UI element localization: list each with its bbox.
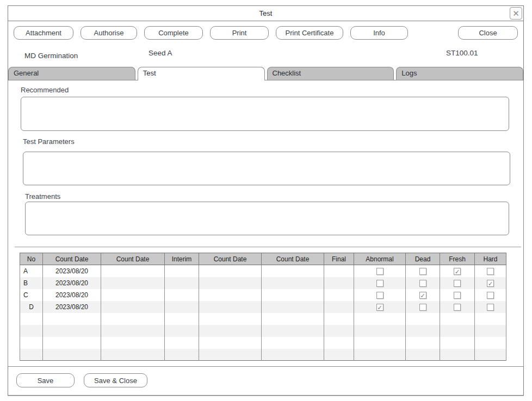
test-parameters-label: Test Parameters — [23, 137, 75, 146]
empty-cell — [354, 349, 406, 361]
hard-checkbox[interactable] — [487, 304, 494, 311]
cell-interim[interactable] — [165, 265, 199, 277]
cell-interim[interactable] — [165, 289, 199, 301]
cell-count-date-1[interactable]: 2023/08/20 — [43, 277, 101, 289]
cell-count-date-4[interactable] — [262, 289, 324, 301]
cell-hard: ✓ — [475, 277, 506, 289]
empty-cell — [324, 337, 354, 349]
fresh-checkbox[interactable] — [454, 292, 461, 299]
fresh-checkbox[interactable] — [454, 304, 461, 311]
hard-checkbox[interactable] — [487, 292, 494, 299]
cell-fresh: ✓ — [440, 265, 475, 277]
cell-count-date-1[interactable]: 2023/08/20 — [43, 265, 101, 277]
empty-cell — [475, 325, 506, 337]
empty-cell — [101, 349, 165, 361]
empty-cell — [165, 337, 199, 349]
dead-checkbox[interactable] — [419, 304, 426, 311]
test-parameters-field[interactable] — [23, 152, 510, 185]
empty-cell — [324, 349, 354, 361]
empty-cell — [199, 313, 262, 325]
cell-count-date-3[interactable] — [199, 289, 262, 301]
abnormal-checkbox[interactable] — [376, 280, 383, 287]
abnormal-checkbox[interactable] — [376, 268, 383, 275]
cell-count-date-2[interactable] — [101, 277, 165, 289]
tab-checklist[interactable]: Checklist — [267, 67, 394, 80]
info-row: MD Germination Seed A ST100.01 — [8, 44, 523, 67]
complete-button[interactable]: Complete — [144, 26, 203, 40]
hard-checkbox[interactable] — [487, 268, 494, 275]
cell-interim[interactable] — [165, 301, 199, 313]
cell-dead — [406, 265, 440, 277]
treatments-field[interactable] — [25, 202, 509, 235]
save-button[interactable]: Save — [16, 373, 75, 387]
footer: Save Save & Close — [8, 373, 523, 387]
cell-count-date-2[interactable] — [101, 301, 165, 313]
dead-checkbox[interactable]: ✓ — [419, 292, 426, 299]
recommended-field[interactable] — [21, 97, 509, 131]
row-no-cell: C — [20, 289, 43, 301]
column-header: No — [20, 253, 43, 265]
empty-cell — [406, 325, 440, 337]
cell-count-date-4[interactable] — [262, 301, 324, 313]
column-header: Count Date — [101, 253, 165, 265]
dead-checkbox[interactable] — [419, 268, 426, 275]
dead-checkbox[interactable] — [419, 280, 426, 287]
cell-interim[interactable] — [165, 277, 199, 289]
close-button[interactable]: Close — [458, 26, 518, 40]
close-icon[interactable]: ✕ — [510, 7, 522, 20]
cell-count-date-3[interactable] — [199, 277, 262, 289]
table-header-row: NoCount DateCount DateInterimCount DateC… — [20, 253, 506, 265]
empty-cell — [262, 349, 324, 361]
save-close-button[interactable]: Save & Close — [84, 373, 147, 387]
cell-final[interactable] — [324, 301, 354, 313]
tab-strip: General Test Checklist Logs — [8, 67, 523, 80]
title-bar: Test ✕ — [8, 6, 523, 21]
table-row-empty — [20, 325, 506, 337]
info-button[interactable]: Info — [350, 26, 408, 40]
fresh-checkbox[interactable] — [454, 280, 461, 287]
abnormal-checkbox[interactable] — [376, 292, 383, 299]
toolbar: Attachment Authorise Complete Print Prin… — [8, 21, 523, 44]
cell-count-date-1[interactable]: 2023/08/20 — [43, 301, 101, 313]
cell-count-date-2[interactable] — [101, 289, 165, 301]
empty-cell — [43, 349, 101, 361]
cell-count-date-1[interactable]: 2023/08/20 — [43, 289, 101, 301]
abnormal-checkbox[interactable]: ✓ — [376, 304, 383, 311]
cell-count-date-4[interactable] — [262, 265, 324, 277]
cell-count-date-4[interactable] — [262, 277, 324, 289]
cell-count-date-3[interactable] — [199, 301, 262, 313]
cell-final[interactable] — [324, 289, 354, 301]
print-button[interactable]: Print — [210, 26, 269, 40]
recommended-label: Recommended — [21, 86, 69, 94]
empty-cell — [165, 349, 199, 361]
attachment-button[interactable]: Attachment — [14, 26, 73, 40]
table-body: A2023/08/20✓B2023/08/20✓C2023/08/20✓D202… — [20, 265, 506, 361]
empty-cell — [324, 325, 354, 337]
cell-final[interactable] — [324, 265, 354, 277]
empty-cell — [354, 313, 406, 325]
fresh-checkbox[interactable]: ✓ — [454, 268, 461, 275]
empty-cell — [43, 337, 101, 349]
test-dialog-window: Test ✕ Attachment Authorise Complete Pri… — [8, 5, 524, 396]
empty-cell — [406, 349, 440, 361]
table-row-empty — [20, 349, 506, 361]
tab-test[interactable]: Test — [138, 67, 265, 80]
cell-count-date-3[interactable] — [199, 265, 262, 277]
empty-cell — [199, 325, 262, 337]
empty-cell — [354, 325, 406, 337]
tab-general[interactable]: General — [8, 67, 135, 80]
tab-logs[interactable]: Logs — [396, 67, 523, 80]
cell-hard — [475, 301, 506, 313]
cell-count-date-2[interactable] — [101, 265, 165, 277]
cell-abnormal — [354, 277, 406, 289]
cell-dead: ✓ — [406, 289, 440, 301]
cell-final[interactable] — [324, 277, 354, 289]
empty-cell — [354, 337, 406, 349]
hard-checkbox[interactable]: ✓ — [487, 280, 494, 287]
empty-cell — [101, 325, 165, 337]
column-header: Dead — [406, 253, 440, 265]
empty-cell — [101, 337, 165, 349]
print-certificate-button[interactable]: Print Certificate — [276, 26, 343, 40]
table-row-empty — [20, 313, 506, 325]
authorise-button[interactable]: Authorise — [81, 26, 137, 40]
